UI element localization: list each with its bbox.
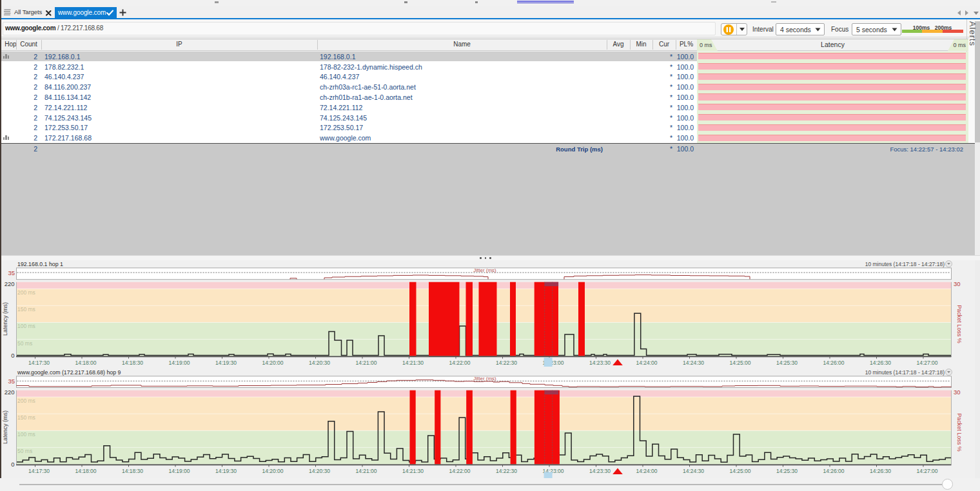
svg-text:220: 220 (5, 280, 15, 287)
svg-text:14:20:30: 14:20:30 (309, 360, 330, 366)
svg-text:14:21:30: 14:21:30 (402, 360, 424, 366)
svg-text:200 ms: 200 ms (17, 398, 35, 404)
svg-text:14:26:00: 14:26:00 (823, 468, 844, 474)
svg-text:30: 30 (954, 389, 961, 396)
svg-text:14:20:00: 14:20:00 (262, 468, 283, 474)
svg-text:150 ms: 150 ms (17, 414, 35, 421)
svg-text:35: 35 (8, 378, 15, 385)
svg-text:Latency (ms): Latency (ms) (2, 302, 8, 336)
svg-text:14:26:30: 14:26:30 (870, 360, 891, 366)
svg-text:Packet Loss %: Packet Loss % (956, 305, 963, 343)
svg-text:14:20:30: 14:20:30 (309, 468, 330, 474)
svg-text:0: 0 (11, 461, 14, 468)
svg-text:150 ms: 150 ms (17, 306, 35, 313)
svg-text:14:24:00: 14:24:00 (636, 360, 657, 366)
svg-text:14:22:00: 14:22:00 (449, 360, 470, 366)
svg-text:30: 30 (954, 280, 961, 287)
svg-text:14:22:30: 14:22:30 (496, 360, 517, 366)
svg-text:14:25:00: 14:25:00 (729, 468, 750, 474)
svg-text:14:17:30: 14:17:30 (28, 468, 50, 474)
svg-text:Packet Loss %: Packet Loss % (956, 413, 963, 452)
svg-text:www.google.com (172.217.168.68: www.google.com (172.217.168.68) hop 9 (17, 369, 121, 376)
svg-text:50 ms: 50 ms (17, 448, 32, 454)
svg-text:14:19:00: 14:19:00 (168, 360, 190, 366)
svg-text:14:18:00: 14:18:00 (75, 360, 96, 366)
svg-text:10 minutes (14:17:18 - 14:27:1: 10 minutes (14:17:18 - 14:27:18) (865, 261, 945, 267)
svg-text:100 ms: 100 ms (17, 323, 35, 329)
svg-text:Jitter (ms): Jitter (ms) (473, 376, 496, 381)
svg-text:Latency (ms): Latency (ms) (2, 410, 8, 444)
svg-text:14:21:00: 14:21:00 (355, 360, 377, 366)
svg-text:220: 220 (5, 389, 15, 396)
svg-text:14:26:30: 14:26:30 (870, 468, 891, 474)
svg-text:14:27:00: 14:27:00 (916, 468, 937, 474)
svg-text:14:25:30: 14:25:30 (776, 360, 798, 366)
svg-text:200 ms: 200 ms (17, 289, 35, 296)
svg-text:Alerts: Alerts (968, 21, 977, 46)
svg-text:14:19:00: 14:19:00 (168, 468, 190, 474)
svg-text:14:17:30: 14:17:30 (28, 360, 50, 366)
svg-text:14:25:00: 14:25:00 (729, 360, 750, 366)
svg-text:192.168.0.1 hop 1: 192.168.0.1 hop 1 (17, 261, 63, 267)
svg-text:14:24:30: 14:24:30 (683, 360, 704, 366)
svg-text:Jitter (ms): Jitter (ms) (473, 267, 496, 273)
svg-text:14:23:30: 14:23:30 (589, 468, 611, 474)
svg-text:14:22:30: 14:22:30 (496, 468, 517, 474)
svg-text:14:24:30: 14:24:30 (683, 468, 704, 474)
svg-text:35: 35 (8, 269, 15, 276)
svg-text:14:18:00: 14:18:00 (75, 468, 96, 474)
svg-text:14:23:30: 14:23:30 (589, 360, 611, 366)
svg-text:14:26:00: 14:26:00 (823, 360, 844, 366)
svg-text:14:22:00: 14:22:00 (449, 468, 470, 474)
svg-text:14:19:30: 14:19:30 (215, 468, 237, 474)
svg-text:14:21:30: 14:21:30 (402, 468, 424, 474)
svg-text:0: 0 (11, 352, 14, 359)
svg-text:14:20:00: 14:20:00 (262, 360, 283, 366)
svg-text:10 minutes (14:17:18 - 14:27:1: 10 minutes (14:17:18 - 14:27:18) (865, 369, 945, 376)
svg-text:14:27:00: 14:27:00 (916, 360, 937, 366)
svg-text:14:18:30: 14:18:30 (122, 360, 143, 366)
svg-text:14:18:30: 14:18:30 (122, 468, 143, 474)
svg-text:14:21:00: 14:21:00 (355, 468, 377, 474)
svg-text:50 ms: 50 ms (17, 340, 32, 347)
svg-text:14:19:30: 14:19:30 (215, 360, 237, 366)
svg-text:14:24:00: 14:24:00 (636, 468, 657, 474)
svg-text:14:25:30: 14:25:30 (776, 468, 798, 474)
svg-text:100 ms: 100 ms (17, 431, 35, 438)
